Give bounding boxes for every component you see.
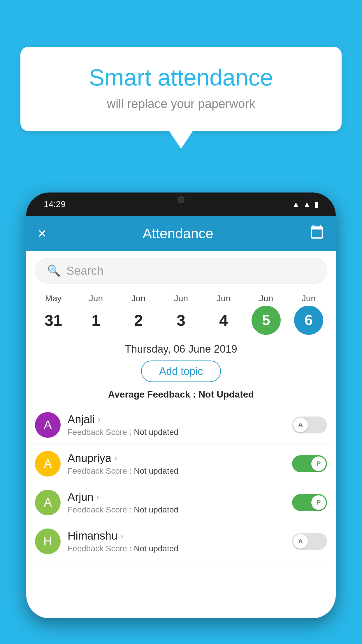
- calendar-icon[interactable]: [310, 225, 324, 242]
- phone: 14:29 ▲ ▲ ▮ × Attendance: [26, 192, 336, 618]
- toggle-arjun[interactable]: P: [292, 494, 327, 511]
- app-title: Attendance: [143, 225, 213, 242]
- student-name-arjun: Arjun ›: [68, 491, 285, 503]
- status-bar: 14:29 ▲ ▲ ▮: [26, 192, 336, 216]
- feedback-anjali: Feedback Score : Not updated: [68, 428, 285, 437]
- feedback-himanshu: Feedback Score : Not updated: [68, 544, 285, 553]
- student-info-himanshu: Himanshu › Feedback Score : Not updated: [68, 530, 285, 553]
- app-header: × Attendance: [26, 216, 336, 251]
- avg-feedback: Average Feedback : Not Updated: [26, 389, 336, 400]
- speech-bubble: Smart attendance will replace your paper…: [20, 47, 342, 131]
- student-list: A Anjali › Feedback Score : Not updated …: [26, 406, 336, 561]
- toggle-switch-anupriya[interactable]: P: [292, 455, 327, 472]
- student-info-anupriya: Anupriya › Feedback Score : Not updated: [68, 452, 285, 476]
- student-info-arjun: Arjun › Feedback Score : Not updated: [68, 491, 285, 514]
- student-name-anjali: Anjali ›: [68, 413, 285, 426]
- search-input[interactable]: Search: [66, 264, 103, 277]
- selected-date: Thursday, 06 June 2019: [26, 343, 336, 355]
- student-item-himanshu[interactable]: H Himanshu › Feedback Score : Not update…: [32, 522, 330, 561]
- feedback-arjun: Feedback Score : Not updated: [68, 505, 285, 514]
- student-item-anjali[interactable]: A Anjali › Feedback Score : Not updated …: [32, 406, 330, 444]
- toggle-himanshu[interactable]: A: [292, 533, 327, 550]
- phone-time: 14:29: [44, 199, 66, 209]
- chevron-icon: ›: [120, 531, 123, 540]
- close-button[interactable]: ×: [38, 225, 46, 242]
- avatar-anupriya: A: [35, 451, 61, 477]
- cal-item-3[interactable]: Jun 3: [161, 293, 201, 335]
- wifi-icon: ▲: [292, 200, 300, 209]
- phone-screen: × Attendance 🔍 Search May 31: [26, 216, 336, 618]
- avatar-himanshu: H: [35, 528, 61, 554]
- chevron-icon: ›: [96, 492, 99, 502]
- avatar-anjali: A: [35, 412, 61, 438]
- search-bar[interactable]: 🔍 Search: [35, 258, 327, 284]
- toggle-switch-himanshu[interactable]: A: [292, 533, 327, 550]
- battery-icon: ▮: [314, 200, 318, 209]
- bubble-subtitle: will replace your paperwork: [44, 97, 318, 111]
- phone-wrapper: 14:29 ▲ ▲ ▮ × Attendance: [26, 192, 336, 644]
- speech-bubble-container: Smart attendance will replace your paper…: [20, 47, 342, 149]
- add-topic-button[interactable]: Add topic: [141, 360, 221, 382]
- bubble-title: Smart attendance: [44, 64, 318, 91]
- phone-camera: [178, 196, 184, 203]
- cal-item-1[interactable]: Jun 1: [75, 293, 116, 335]
- chevron-icon: ›: [98, 415, 100, 424]
- student-item-anupriya[interactable]: A Anupriya › Feedback Score : Not update…: [32, 444, 330, 483]
- cal-item-6[interactable]: Jun 6: [288, 293, 329, 335]
- student-info-anjali: Anjali › Feedback Score : Not updated: [68, 413, 285, 437]
- bubble-tail: [169, 131, 193, 149]
- phone-notch: [158, 192, 204, 207]
- signal-icon: ▲: [303, 200, 311, 209]
- toggle-switch-arjun[interactable]: P: [292, 494, 327, 511]
- student-name-anupriya: Anupriya ›: [68, 452, 285, 465]
- cal-item-5[interactable]: Jun 5: [246, 293, 287, 335]
- cal-item-0[interactable]: May 31: [33, 293, 74, 335]
- feedback-anupriya: Feedback Score : Not updated: [68, 466, 285, 476]
- cal-item-2[interactable]: Jun 2: [118, 293, 159, 335]
- student-name-himanshu: Himanshu ›: [68, 530, 285, 542]
- calendar-strip: May 31 Jun 1 Jun 2 Jun 3 Jun 4: [26, 290, 336, 335]
- chevron-icon: ›: [114, 454, 117, 463]
- toggle-switch-anjali[interactable]: A: [292, 416, 327, 433]
- status-icons: ▲ ▲ ▮: [292, 200, 318, 209]
- cal-item-4[interactable]: Jun 4: [203, 293, 244, 335]
- student-item-arjun[interactable]: A Arjun › Feedback Score : Not updated P: [32, 483, 330, 522]
- toggle-anupriya[interactable]: P: [292, 455, 327, 472]
- search-icon: 🔍: [47, 264, 61, 277]
- avatar-arjun: A: [35, 490, 61, 515]
- toggle-anjali[interactable]: A: [292, 416, 327, 433]
